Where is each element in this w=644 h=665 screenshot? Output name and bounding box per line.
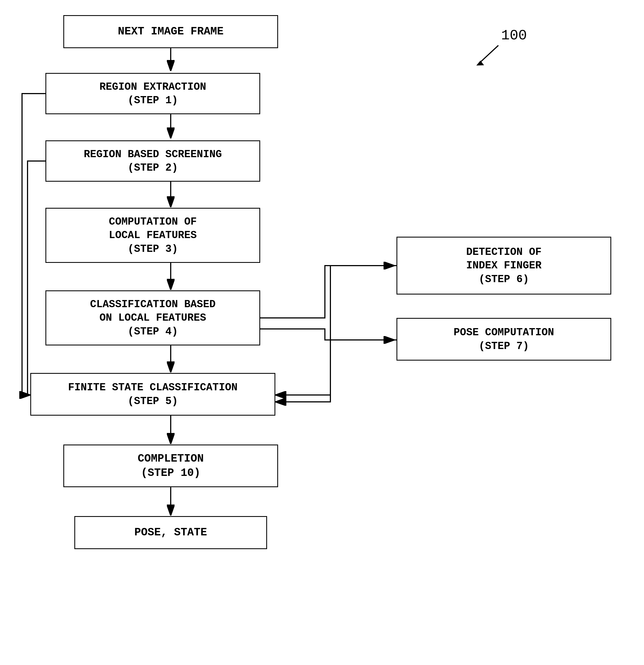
pose-state-box: POSE, STATE	[74, 516, 267, 549]
classification-local-label1: CLASSIFICATION BASED	[90, 298, 215, 311]
diagram: NEXT IMAGE FRAME REGION EXTRACTION (STEP…	[0, 0, 644, 665]
svg-marker-9	[476, 60, 484, 65]
classification-local-box: CLASSIFICATION BASED ON LOCAL FEATURES (…	[45, 290, 260, 345]
completion-box: COMPLETION (STEP 10)	[63, 444, 278, 487]
next-image-frame-box: NEXT IMAGE FRAME	[63, 15, 278, 48]
region-extraction-step: (STEP 1)	[99, 94, 206, 107]
region-extraction-box: REGION EXTRACTION (STEP 1)	[45, 73, 260, 114]
svg-line-8	[479, 45, 498, 63]
region-extraction-label: REGION EXTRACTION	[99, 80, 206, 94]
completion-label: COMPLETION	[138, 452, 204, 466]
pose-state-label: POSE, STATE	[134, 526, 207, 540]
detection-index-label1: DETECTION OF	[466, 245, 542, 259]
region-screening-step: (STEP 2)	[84, 161, 222, 174]
diagram-label-100: 100	[501, 27, 527, 44]
detection-index-step: (STEP 6)	[466, 272, 542, 286]
finite-state-step: (STEP 5)	[68, 395, 238, 408]
detection-index-box: DETECTION OF INDEX FINGER (STEP 6)	[396, 237, 611, 294]
detection-index-label2: INDEX FINGER	[466, 259, 542, 272]
region-screening-label: REGION BASED SCREENING	[84, 148, 222, 161]
pose-computation-box: POSE COMPUTATION (STEP 7)	[396, 318, 611, 361]
local-features-label2: LOCAL FEATURES	[109, 228, 196, 242]
pose-computation-step: (STEP 7)	[454, 339, 554, 353]
local-features-label1: COMPUTATION OF	[109, 215, 196, 228]
finite-state-label: FINITE STATE CLASSIFICATION	[68, 381, 238, 394]
region-screening-box: REGION BASED SCREENING (STEP 2)	[45, 140, 260, 182]
finite-state-box: FINITE STATE CLASSIFICATION (STEP 5)	[30, 373, 275, 416]
classification-local-label2: ON LOCAL FEATURES	[90, 311, 215, 324]
local-features-box: COMPUTATION OF LOCAL FEATURES (STEP 3)	[45, 208, 260, 263]
completion-step: (STEP 10)	[138, 466, 204, 480]
pose-computation-label: POSE COMPUTATION	[454, 326, 554, 339]
local-features-step: (STEP 3)	[109, 242, 196, 256]
classification-local-step: (STEP 4)	[90, 325, 215, 338]
